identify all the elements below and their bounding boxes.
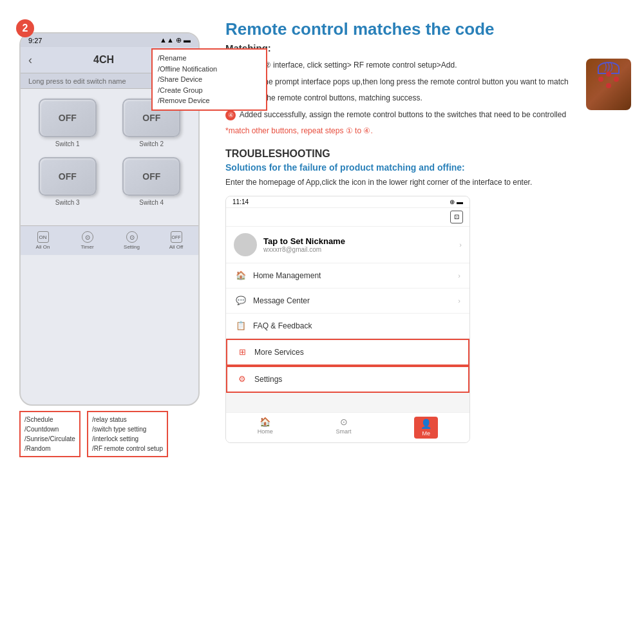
timer-button[interactable]: ⊙ Timer: [65, 229, 109, 252]
timer-annotation-box: /Schedule /Countdown /Sunrise/Circulate …: [19, 411, 80, 457]
all-on-icon: ON: [37, 231, 49, 243]
switches-grid-bottom: OFF Switch 3 OFF Switch 4: [30, 157, 189, 206]
menu-item-faq[interactable]: 📋 FAQ & Feedback: [226, 314, 469, 339]
matching-text: ① Figure ② interface, click setting> RF …: [225, 59, 580, 138]
wifi-icon: ))): [604, 61, 613, 71]
switch-label-3: Switch 3: [55, 199, 80, 206]
scan-icon[interactable]: ⊡: [450, 211, 463, 223]
nav-home-label: Home: [258, 428, 273, 435]
all-off-button[interactable]: OFF All Off: [154, 229, 198, 252]
edit-menu-annotation: /Rename /Offline Notification /Share Dev…: [151, 48, 267, 111]
app-header: ⊡: [226, 208, 469, 227]
page-wrapper: 2 /Rename /Offline Notification /Share D…: [0, 0, 644, 644]
troubleshooting-subtitle: Solutions for the failure of product mat…: [225, 162, 631, 173]
matching-content: ① Figure ② interface, click setting> RF …: [225, 59, 631, 138]
more-services-label: More Services: [254, 348, 459, 357]
app-screenshot: 11:14 ⊕ ▬ ⊡ Tap to Set Nickname wxxxrr8@…: [225, 196, 470, 443]
bottom-annotations: /Schedule /Countdown /Sunrise/Circulate …: [19, 411, 213, 457]
all-off-label: All Off: [169, 244, 184, 250]
all-on-button[interactable]: ON All On: [21, 229, 65, 252]
nav-me-label: Me: [422, 430, 430, 437]
profile-chevron-icon: ›: [459, 241, 462, 249]
step-badge: 2: [16, 19, 34, 37]
setting-icon: ⊙: [126, 231, 138, 243]
all-off-icon: OFF: [171, 231, 182, 243]
switch-item-3: OFF Switch 3: [30, 157, 105, 206]
message-center-label: Message Center: [253, 296, 451, 305]
menu-item-more-services[interactable]: ⊞ More Services: [226, 339, 469, 366]
switch-item-1: OFF Switch 1: [30, 99, 105, 147]
nav-me-icon: 👤: [421, 419, 431, 429]
nav-smart-icon: ⊙: [340, 417, 348, 427]
phone-bottom-bar: ON All On ⊙ Timer ⊙ Setting OFF All Off: [21, 225, 198, 255]
phone-status-bar: 9:27 ▲▲ ⊕ ▬: [21, 33, 198, 47]
nav-home[interactable]: 🏠 Home: [258, 417, 273, 439]
avatar: [234, 233, 257, 256]
more-services-icon: ⊞: [236, 346, 248, 358]
home-management-label: Home Management: [253, 271, 451, 280]
app-signal: ⊕ ▬: [450, 198, 463, 205]
phone-signal-icons: ▲▲ ⊕ ▬: [160, 36, 191, 44]
menu-item-home-management[interactable]: 🏠 Home Management ›: [226, 263, 469, 289]
profile-info: Tap to Set Nickname wxxxrr8@gmail.com: [263, 236, 453, 253]
timer-label: Timer: [80, 244, 93, 250]
troubleshooting-desc: Enter the homepage of App,click the icon…: [225, 176, 631, 188]
switch-btn-1[interactable]: OFF: [39, 99, 97, 137]
message-center-chevron: ›: [458, 297, 460, 305]
section-title: Remote control matches the code: [225, 19, 631, 39]
switch-btn-3[interactable]: OFF: [39, 157, 97, 196]
switch-label-2: Switch 2: [139, 140, 164, 147]
setting-label: Setting: [124, 244, 140, 250]
faq-icon: 📋: [235, 320, 247, 332]
timer-icon: ⊙: [82, 231, 93, 243]
back-arrow-icon[interactable]: ‹: [28, 53, 32, 67]
menu-item-message-center[interactable]: 💬 Message Center ›: [226, 289, 469, 314]
step-3: ③ loosen the remote control buttons, mat…: [225, 91, 580, 106]
home-management-icon: 🏠: [235, 270, 247, 281]
switch-btn-4[interactable]: OFF: [122, 157, 180, 196]
message-center-icon: 💬: [235, 295, 247, 307]
setting-button[interactable]: ⊙ Setting: [109, 229, 154, 252]
app-time: 11:14: [232, 198, 249, 205]
right-section: Remote control matches the code Matching…: [225, 13, 631, 631]
app-spacer: [226, 393, 469, 412]
step-2: ② When the prompt interface pops up,then…: [225, 75, 580, 90]
matching-steps: ① Figure ② interface, click setting> RF …: [225, 59, 580, 138]
switch-label-1: Switch 1: [55, 140, 80, 147]
all-on-label: All On: [36, 244, 50, 250]
settings-label: Settings: [254, 375, 459, 384]
switch-item-4: OFF Switch 4: [115, 157, 189, 206]
step-num-4: ④: [225, 110, 236, 120]
nav-smart[interactable]: ⊙ Smart: [336, 417, 352, 439]
home-management-chevron: ›: [458, 272, 460, 279]
remote-control-image: ))): [586, 59, 631, 110]
long-press-edit-label: Long press to edit switch name: [28, 77, 126, 85]
matching-title: Matching:: [225, 43, 631, 53]
step-4: ④ Added successfully, assign the remote …: [225, 108, 580, 122]
app-bottom-nav: 🏠 Home ⊙ Smart 👤 Me: [226, 412, 469, 442]
app-status-bar: 11:14 ⊕ ▬: [226, 196, 469, 208]
phone-nav-title: 4CH: [93, 54, 114, 66]
nav-home-icon: 🏠: [260, 417, 270, 427]
left-section: 2 /Rename /Offline Notification /Share D…: [13, 13, 213, 631]
app-profile-row[interactable]: Tap to Set Nickname wxxxrr8@gmail.com ›: [226, 227, 469, 263]
phone-time: 9:27: [28, 37, 42, 44]
settings-icon: ⚙: [236, 374, 248, 385]
troubleshooting-title: TROUBLESHOOTING: [225, 148, 631, 160]
nav-me[interactable]: 👤 Me: [414, 417, 438, 439]
menu-item-settings[interactable]: ⚙ Settings: [226, 366, 469, 393]
switch-label-4: Switch 4: [139, 199, 164, 206]
red-note: *match other buttons, repeat steps ① to …: [225, 124, 580, 138]
faq-label: FAQ & Feedback: [253, 321, 460, 330]
nav-smart-label: Smart: [336, 428, 352, 435]
setting-annotation-box: /relay status /switch type setting /inte…: [87, 411, 168, 457]
profile-name: Tap to Set Nickname: [263, 236, 453, 246]
step-1: ① Figure ② interface, click setting> RF …: [225, 59, 580, 73]
profile-email: wxxxrr8@gmail.com: [263, 246, 453, 253]
